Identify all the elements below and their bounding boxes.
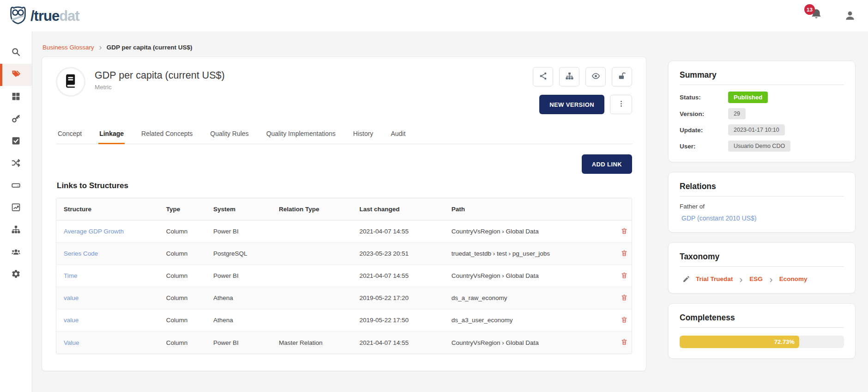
new-version-button[interactable]: NEW VERSION bbox=[539, 95, 604, 114]
system-cell: Power BI bbox=[206, 228, 271, 235]
version-label: Version: bbox=[680, 110, 728, 117]
taxonomy-panel: Taxonomy Trial Truedat ESG Economy bbox=[668, 242, 856, 294]
last-changed-cell: 2021-04-07 14:55 bbox=[352, 272, 444, 279]
tag-icon bbox=[11, 69, 21, 81]
column-header-last-changed: Last changed bbox=[352, 206, 444, 213]
tab-concept[interactable]: Concept bbox=[57, 127, 83, 144]
last-changed-cell: 2021-04-07 14:55 bbox=[352, 228, 444, 235]
add-link-button[interactable]: ADD LINK bbox=[582, 154, 632, 174]
tab-related-concepts[interactable]: Related Concepts bbox=[140, 127, 193, 144]
truedat-logo[interactable]: /truedat bbox=[8, 5, 79, 26]
summary-title: Summary bbox=[680, 70, 844, 85]
structure-link[interactable]: value bbox=[64, 294, 78, 301]
column-header-system: System bbox=[206, 206, 271, 213]
sidebar-item-dashboards[interactable] bbox=[0, 86, 32, 108]
trash-icon bbox=[621, 227, 628, 236]
system-cell: Power BI bbox=[206, 272, 271, 279]
notification-count-badge: 13 bbox=[804, 4, 815, 15]
last-changed-cell: 2019-05-22 17:20 bbox=[352, 294, 444, 301]
tab-quality-implementations[interactable]: Quality Implementations bbox=[265, 127, 337, 144]
sidebar-item-users[interactable] bbox=[0, 241, 32, 263]
status-label: Status: bbox=[680, 94, 728, 101]
last-changed-cell: 2019-05-22 17:50 bbox=[352, 317, 444, 324]
structure-link[interactable]: value bbox=[64, 317, 78, 324]
taxonomy-title: Taxonomy bbox=[680, 252, 844, 267]
unlock-icon bbox=[618, 72, 627, 82]
delete-link-button[interactable] bbox=[618, 292, 631, 305]
sidebar-item-analytics[interactable] bbox=[0, 197, 32, 219]
top-bar: /truedat 13 bbox=[0, 0, 868, 31]
owl-logo-icon bbox=[8, 5, 28, 26]
last-changed-cell: 2021-04-07 14:55 bbox=[352, 339, 444, 346]
user-label: User: bbox=[680, 143, 728, 150]
pencil-icon bbox=[682, 276, 690, 284]
breadcrumb-business-glossary[interactable]: Business Glossary bbox=[42, 44, 94, 51]
notifications-button[interactable]: 13 bbox=[810, 8, 824, 24]
book-icon bbox=[63, 73, 78, 91]
structure-link[interactable]: Value bbox=[64, 339, 79, 346]
delete-link-button[interactable] bbox=[618, 225, 631, 238]
relations-title: Relations bbox=[680, 182, 844, 196]
taxonomy-domain-link[interactable]: Trial Truedat bbox=[696, 276, 733, 282]
sidebar-item-structures[interactable] bbox=[0, 219, 32, 241]
tab-audit[interactable]: Audit bbox=[390, 127, 406, 144]
kebab-icon bbox=[617, 100, 625, 110]
chevron-right-icon bbox=[738, 276, 744, 282]
summary-panel: Summary Status: Published Version: 29 Up… bbox=[668, 61, 856, 162]
taxonomy-domain-link[interactable]: Economy bbox=[779, 276, 808, 282]
sidebar-item-settings[interactable] bbox=[0, 263, 32, 286]
chevron-right-icon bbox=[768, 276, 774, 282]
type-cell: Column bbox=[159, 339, 206, 346]
structure-link[interactable]: Time bbox=[64, 272, 78, 279]
sidebar-item-data-sources[interactable] bbox=[0, 175, 32, 197]
relation-concept-link[interactable]: GDP (constant 2010 US$) bbox=[680, 214, 844, 222]
update-badge: 2023-01-17 10:10 bbox=[728, 124, 785, 135]
relations-panel: Relations Father of GDP (constant 2010 U… bbox=[668, 172, 856, 233]
structure-view-button[interactable] bbox=[559, 67, 579, 86]
bell-icon bbox=[810, 14, 823, 22]
path-cell: ds_a_raw_economy bbox=[444, 294, 610, 301]
edit-taxonomy-button[interactable] bbox=[682, 275, 690, 283]
sidebar-item-permissions[interactable] bbox=[0, 108, 32, 130]
taxonomy-domain-link[interactable]: ESG bbox=[749, 276, 763, 282]
type-cell: Column bbox=[159, 228, 206, 235]
concept-avatar bbox=[56, 67, 85, 97]
sitemap-icon bbox=[565, 72, 574, 82]
user-menu-button[interactable] bbox=[844, 10, 856, 22]
concept-type-label: Metric bbox=[95, 84, 225, 91]
links-table-header: Structure Type System Relation Type Last… bbox=[56, 198, 632, 220]
tab-linkage[interactable]: Linkage bbox=[98, 127, 125, 144]
delete-link-button[interactable] bbox=[618, 270, 631, 282]
delete-link-button[interactable] bbox=[618, 247, 631, 260]
path-cell: truedat_testdb › test › pg_user_jobs bbox=[444, 250, 610, 257]
system-cell: Athena bbox=[206, 317, 271, 324]
more-actions-button[interactable] bbox=[610, 95, 632, 114]
hard-drive-icon bbox=[11, 180, 21, 192]
tab-history[interactable]: History bbox=[352, 127, 374, 144]
search-icon bbox=[11, 47, 21, 59]
watch-button[interactable] bbox=[585, 67, 606, 86]
trash-icon bbox=[621, 249, 628, 258]
table-row: Value Column Power BI Master Relation 20… bbox=[56, 331, 632, 354]
lock-button[interactable] bbox=[612, 67, 632, 86]
concept-tabs: Concept Linkage Related Concepts Quality… bbox=[56, 127, 632, 144]
structure-link[interactable]: Average GDP Growth bbox=[64, 228, 124, 235]
delete-link-button[interactable] bbox=[618, 336, 631, 349]
share-button[interactable] bbox=[533, 67, 553, 86]
delete-link-button[interactable] bbox=[618, 314, 631, 327]
check-square-icon bbox=[11, 136, 21, 147]
sidebar-item-search[interactable] bbox=[0, 42, 32, 64]
tab-quality-rules[interactable]: Quality Rules bbox=[209, 127, 249, 144]
sidebar-item-business-glossary[interactable] bbox=[0, 64, 32, 86]
structure-link[interactable]: Series Code bbox=[64, 250, 98, 257]
type-cell: Column bbox=[159, 317, 206, 324]
sidebar-item-quality[interactable] bbox=[0, 130, 32, 153]
column-header-relation-type: Relation Type bbox=[271, 206, 352, 213]
icon-sidebar bbox=[0, 31, 32, 392]
update-label: Update: bbox=[680, 127, 728, 134]
eye-icon bbox=[591, 72, 600, 82]
links-table: Structure Type System Relation Type Last… bbox=[56, 198, 632, 354]
table-row: Time Column Power BI 2021-04-07 14:55 Co… bbox=[56, 265, 632, 287]
sidebar-item-lineage[interactable] bbox=[0, 153, 32, 175]
system-cell: Athena bbox=[206, 294, 271, 301]
